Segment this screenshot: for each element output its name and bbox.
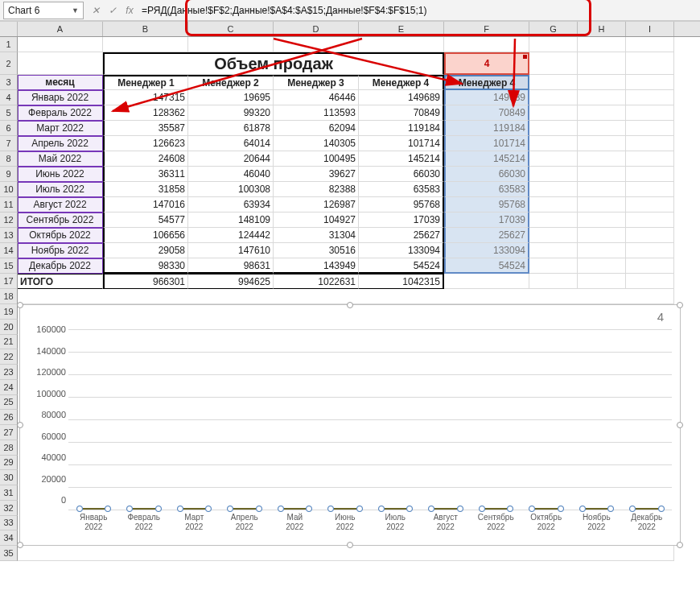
month-cell[interactable]: Июль 2022 [18, 182, 103, 197]
cell[interactable] [529, 243, 578, 258]
row-header[interactable]: 7 [0, 136, 18, 151]
cell[interactable] [529, 151, 578, 167]
cell[interactable] [626, 37, 674, 52]
data-cell[interactable]: 24608 [103, 151, 188, 167]
chart-bar[interactable] [330, 508, 360, 510]
cell[interactable] [529, 121, 578, 136]
helper-data-cell[interactable]: 17039 [444, 213, 529, 228]
month-cell[interactable]: Июнь 2022 [18, 167, 103, 182]
chart-bar[interactable] [381, 508, 411, 510]
chart-bar[interactable] [531, 508, 562, 510]
cell[interactable] [444, 274, 529, 289]
data-cell[interactable]: 63934 [188, 197, 274, 213]
resize-handle[interactable] [17, 302, 23, 308]
row-header[interactable]: 21 [0, 335, 18, 350]
data-cell[interactable]: 106656 [103, 228, 188, 243]
data-cell[interactable]: 30516 [274, 243, 359, 258]
cell[interactable] [188, 37, 274, 52]
cell[interactable] [626, 197, 674, 213]
cell[interactable] [626, 243, 674, 258]
col-header-G[interactable]: G [529, 22, 578, 36]
row-header[interactable]: 20 [0, 320, 18, 335]
data-cell[interactable]: 119184 [359, 121, 444, 136]
data-cell[interactable]: 31304 [274, 228, 359, 243]
corner-cell[interactable] [0, 22, 18, 36]
cell[interactable] [103, 37, 188, 52]
resize-handle[interactable] [677, 422, 683, 428]
row-header[interactable]: 10 [0, 182, 18, 197]
chart-bar[interactable] [582, 508, 612, 510]
cell[interactable] [444, 37, 529, 52]
cell[interactable] [578, 75, 626, 90]
month-cell[interactable]: Январь 2022 [18, 90, 103, 105]
formula-input[interactable]: =РЯД(Данные!$F$2;Данные!$A$4:$A$15;Данны… [142, 5, 700, 16]
month-cell[interactable]: Декабрь 2022 [18, 258, 103, 274]
data-cell[interactable]: 39627 [274, 167, 359, 182]
cell[interactable] [529, 167, 578, 182]
helper-data-cell[interactable]: 95768 [444, 197, 529, 213]
data-cell[interactable]: 126623 [103, 136, 188, 151]
cell[interactable] [578, 136, 626, 151]
mgr-header[interactable]: Менеджер 1 [103, 75, 188, 90]
resize-handle[interactable] [677, 302, 683, 308]
row-header[interactable]: 3 [0, 75, 18, 90]
cell[interactable] [626, 258, 674, 274]
col-header-I[interactable]: I [626, 22, 674, 36]
month-cell[interactable]: Апрель 2022 [18, 136, 103, 151]
row-header[interactable]: 34 [0, 530, 18, 546]
chart-bar[interactable] [79, 508, 109, 510]
resize-handle[interactable] [347, 302, 353, 308]
cell[interactable] [578, 37, 626, 52]
mgr-header[interactable]: Менеджер 2 [188, 75, 274, 90]
cell[interactable] [18, 546, 674, 561]
cell[interactable] [529, 105, 578, 121]
row-header[interactable]: 1 [0, 37, 18, 52]
cell[interactable] [529, 213, 578, 228]
month-header[interactable]: месяц [18, 75, 103, 90]
chart-object[interactable]: 4 16000014000012000010000080000600004000… [19, 304, 681, 546]
data-cell[interactable]: 133094 [359, 243, 444, 258]
cell[interactable] [578, 151, 626, 167]
data-cell[interactable]: 104927 [274, 213, 359, 228]
total-cell[interactable]: 994625 [188, 274, 274, 289]
cell[interactable] [274, 37, 359, 52]
data-cell[interactable]: 148109 [188, 213, 274, 228]
row-header[interactable]: 11 [0, 197, 18, 213]
name-box[interactable]: Chart 6 ▼ [3, 2, 84, 19]
data-cell[interactable]: 98330 [103, 258, 188, 274]
data-cell[interactable]: 143949 [274, 258, 359, 274]
data-cell[interactable]: 82388 [274, 182, 359, 197]
data-cell[interactable]: 54577 [103, 213, 188, 228]
resize-handle[interactable] [17, 422, 23, 428]
cell[interactable] [529, 90, 578, 105]
cell[interactable] [578, 167, 626, 182]
cell[interactable] [626, 52, 674, 75]
col-header-F[interactable]: F [444, 22, 529, 36]
chart-bar[interactable] [632, 508, 662, 510]
data-cell[interactable]: 17039 [359, 213, 444, 228]
cell[interactable] [578, 197, 626, 213]
data-cell[interactable]: 19695 [188, 90, 274, 105]
mgr-header[interactable]: Менеджер 3 [274, 75, 359, 90]
cell[interactable] [529, 75, 578, 90]
col-header-H[interactable]: H [578, 22, 626, 36]
cell[interactable] [626, 151, 674, 167]
cell[interactable] [529, 274, 578, 289]
helper-data-cell[interactable]: 133094 [444, 243, 529, 258]
row-header[interactable]: 27 [0, 425, 18, 440]
month-cell[interactable]: Май 2022 [18, 151, 103, 167]
month-cell[interactable]: Март 2022 [18, 121, 103, 136]
data-cell[interactable]: 54524 [359, 258, 444, 274]
row-header[interactable]: 8 [0, 151, 18, 167]
data-cell[interactable]: 20644 [188, 151, 274, 167]
row-header[interactable]: 31 [0, 485, 18, 501]
data-cell[interactable]: 140305 [274, 136, 359, 151]
cell[interactable] [18, 37, 103, 52]
col-header-B[interactable]: B [103, 22, 188, 36]
row-header[interactable]: 22 [0, 349, 18, 365]
cell[interactable] [529, 258, 578, 274]
cell[interactable] [578, 228, 626, 243]
row-header[interactable]: 4 [0, 90, 18, 105]
helper-index-cell[interactable]: 4 [444, 52, 529, 75]
data-cell[interactable]: 124442 [188, 228, 274, 243]
